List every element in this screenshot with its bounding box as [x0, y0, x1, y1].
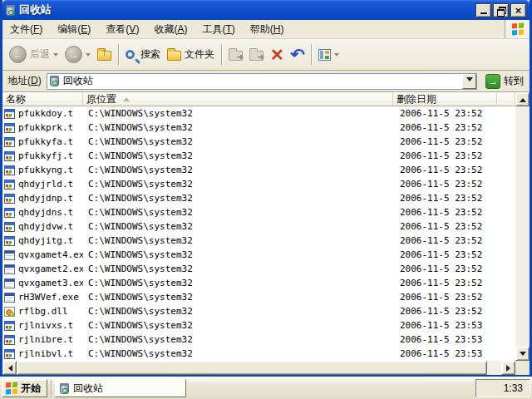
arrow-left-icon	[5, 365, 12, 372]
file-location: C:\WINDOWS\system32	[83, 334, 393, 345]
file-row[interactable]: qvxgamet2.exe C:\WINDOWS\system32 2006-1…	[2, 262, 515, 276]
menu-item[interactable]: 查看(V)	[98, 20, 146, 39]
file-row[interactable]: pfukkyng.t C:\WINDOWS\system32 2006-11-5…	[2, 163, 515, 177]
menu-item[interactable]: 工具(T)	[195, 20, 242, 39]
media-file-icon	[4, 236, 15, 246]
up-button[interactable]: ↑	[94, 46, 115, 63]
menu-item[interactable]: 编辑(E)	[50, 20, 98, 39]
horizontal-scroll-thumb[interactable]	[17, 361, 487, 375]
file-location: C:\WINDOWS\system32	[83, 165, 393, 175]
column-headers: 名称 原位置 删除日期	[2, 92, 515, 106]
file-row[interactable]: qvxgamet4.exe C:\WINDOWS\system32 2006-1…	[2, 248, 515, 262]
media-file-icon	[4, 180, 15, 190]
column-header-date[interactable]: 删除日期	[393, 92, 497, 106]
horizontal-scrollbar[interactable]	[2, 361, 515, 375]
file-row[interactable]: pfukkyfj.t C:\WINDOWS\system32 2006-11-5…	[2, 149, 515, 163]
file-date: 2006-11-5 23:52	[393, 221, 497, 232]
file-row[interactable]: pfukkprk.t C:\WINDOWS\system32 2006-11-5…	[2, 121, 515, 135]
minimize-button[interactable]	[475, 3, 491, 17]
scroll-down-button[interactable]	[515, 347, 530, 361]
file-location: C:\WINDOWS\system32	[83, 348, 393, 359]
file-location: C:\WINDOWS\system32	[83, 306, 393, 317]
file-row[interactable]: rjlnibvl.t C:\WINDOWS\system32 2006-11-5…	[2, 347, 515, 361]
column-header-location[interactable]: 原位置	[83, 92, 393, 106]
back-button[interactable]: ← 后退	[6, 43, 62, 66]
application-file-icon	[4, 250, 15, 260]
restore-button[interactable]	[493, 3, 509, 17]
sort-ascending-icon	[123, 94, 130, 101]
undo-button[interactable]: ↶	[288, 44, 308, 65]
menu-item[interactable]: 帮助(H)	[243, 20, 292, 39]
application-file-icon	[4, 278, 15, 288]
media-file-icon	[4, 208, 15, 218]
scroll-left-button[interactable]	[2, 361, 17, 375]
file-location: C:\WINDOWS\system32	[83, 235, 393, 246]
go-arrow-icon: →	[485, 74, 500, 89]
forward-dropdown-icon[interactable]	[86, 53, 91, 59]
file-date: 2006-11-5 23:52	[393, 207, 497, 218]
file-name: pfukkyfa.t	[18, 136, 73, 147]
vertical-scrollbar[interactable]	[515, 92, 530, 361]
dll-file-icon	[4, 307, 15, 317]
file-row[interactable]: rflbg.dll C:\WINDOWS\system32 2006-11-5 …	[2, 304, 515, 318]
scroll-right-button[interactable]	[501, 361, 515, 375]
file-name: qvxgamet3.exe	[18, 278, 83, 288]
column-header-name[interactable]: 名称	[2, 92, 83, 106]
file-row[interactable]: qhdyjdns.t C:\WINDOWS\system32 2006-11-5…	[2, 205, 515, 219]
close-button[interactable]: ×	[510, 3, 526, 17]
file-location: C:\WINDOWS\system32	[83, 179, 393, 190]
folders-button[interactable]: 文件夹	[164, 45, 218, 64]
windows-logo-icon	[6, 382, 17, 395]
window-title: 回收站	[19, 2, 474, 17]
media-file-icon	[4, 194, 15, 204]
file-date: 2006-11-5 23:53	[393, 348, 497, 359]
menu-bar: 文件(F) 编辑(E) 查看(V) 收藏(A) 工具(T) 帮助(H)	[2, 20, 530, 39]
go-button[interactable]: → 转到	[482, 73, 527, 90]
move-to-button[interactable]: ➜	[225, 46, 246, 63]
file-row[interactable]: rH3WVef.exe C:\WINDOWS\system32 2006-11-…	[2, 290, 515, 304]
file-row[interactable]: qvxgamet3.exe C:\WINDOWS\system32 2006-1…	[2, 276, 515, 290]
file-location: C:\WINDOWS\system32	[83, 278, 393, 288]
start-button[interactable]: 开始	[2, 379, 47, 397]
copy-to-button[interactable]: ➜	[246, 46, 267, 63]
file-row[interactable]: pfukkdoy.t C:\WINDOWS\system32 2006-11-5…	[2, 106, 515, 121]
views-dropdown-icon[interactable]	[334, 53, 339, 59]
address-combo[interactable]: 回收站	[47, 73, 477, 90]
file-row[interactable]: qhdyjdnp.t C:\WINDOWS\system32 2006-11-5…	[2, 191, 515, 205]
arrow-right-icon	[506, 365, 514, 372]
menu-item[interactable]: 收藏(A)	[146, 20, 195, 39]
file-row[interactable]: qhdyjitg.t C:\WINDOWS\system32 2006-11-5…	[2, 234, 515, 248]
address-bar: 地址(D) 回收站 → 转到	[2, 71, 530, 92]
file-row[interactable]: qhdyjrld.t C:\WINDOWS\system32 2006-11-5…	[2, 177, 515, 191]
file-date: 2006-11-5 23:52	[393, 235, 497, 246]
file-name: qhdyjdnp.t	[18, 193, 73, 204]
media-file-icon	[4, 321, 15, 331]
menubar-logo	[505, 20, 530, 38]
forward-button[interactable]: →	[62, 43, 94, 66]
back-dropdown-icon[interactable]	[53, 53, 58, 59]
media-file-icon	[4, 137, 15, 147]
file-date: 2006-11-5 23:52	[393, 179, 497, 190]
scroll-up-button[interactable]	[515, 92, 530, 106]
search-button[interactable]: 搜索	[122, 45, 164, 64]
copy-to-icon: ➜	[249, 51, 264, 61]
file-row[interactable]: rjlnivxs.t C:\WINDOWS\system32 2006-11-5…	[2, 318, 515, 332]
file-row[interactable]: qhdyjdvw.t C:\WINDOWS\system32 2006-11-5…	[2, 219, 515, 234]
file-name: qvxgamet2.exe	[18, 264, 83, 274]
menu-item[interactable]: 文件(F)	[2, 20, 50, 39]
recycle-bin-icon	[60, 383, 69, 394]
file-date: 2006-11-5 23:52	[393, 150, 497, 161]
address-dropdown-button[interactable]	[462, 74, 476, 89]
file-location: C:\WINDOWS\system32	[83, 108, 393, 119]
chevron-down-icon	[466, 77, 473, 85]
media-file-icon	[4, 109, 15, 119]
views-grid-icon	[318, 49, 331, 61]
file-row[interactable]: rjlnibre.t C:\WINDOWS\system32 2006-11-5…	[2, 332, 515, 347]
file-location: C:\WINDOWS\system32	[83, 292, 393, 303]
undo-arrow-icon: ↶	[290, 47, 305, 62]
file-name: rjlnibvl.t	[18, 348, 73, 359]
file-row[interactable]: pfukkyfa.t C:\WINDOWS\system32 2006-11-5…	[2, 135, 515, 149]
task-button-recycle-bin[interactable]: 回收站	[55, 379, 186, 397]
views-button[interactable]	[315, 47, 342, 63]
delete-button[interactable]: ✕	[267, 44, 288, 66]
